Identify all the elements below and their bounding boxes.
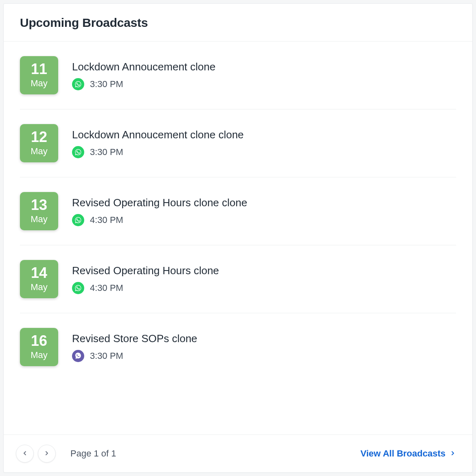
view-all-broadcasts-link[interactable]: View All Broadcasts: [360, 448, 456, 459]
broadcast-body: Lockdown Annoucement clone clone3:30 PM: [72, 129, 244, 158]
broadcast-time: 3:30 PM: [90, 351, 123, 361]
broadcast-body: Lockdown Annoucement clone3:30 PM: [72, 61, 216, 90]
broadcast-meta: 3:30 PM: [72, 350, 197, 362]
card-title: Upcoming Broadcasts: [20, 16, 456, 30]
broadcast-meta: 4:30 PM: [72, 214, 247, 226]
broadcast-title: Revised Operating Hours clone: [72, 264, 219, 277]
broadcast-body: Revised Operating Hours clone4:30 PM: [72, 264, 219, 294]
date-day: 14: [31, 266, 47, 280]
view-all-label: View All Broadcasts: [360, 448, 445, 459]
broadcast-meta: 3:30 PM: [72, 146, 244, 158]
broadcast-title: Lockdown Annoucement clone: [72, 61, 216, 73]
card-footer: Page 1 of 1 View All Broadcasts: [4, 435, 472, 472]
broadcast-item[interactable]: 12MayLockdown Annoucement clone clone3:3…: [20, 109, 456, 177]
chevron-right-icon: [450, 448, 456, 459]
whatsapp-icon: [72, 78, 84, 90]
broadcast-body: Revised Store SOPs clone3:30 PM: [72, 332, 197, 362]
broadcast-item[interactable]: 16MayRevised Store SOPs clone3:30 PM: [20, 313, 456, 381]
date-badge: 12May: [20, 124, 58, 162]
date-month: May: [31, 282, 48, 293]
date-badge: 14May: [20, 260, 58, 298]
viber-icon: [72, 350, 84, 362]
pager-label: Page 1 of 1: [70, 448, 116, 459]
whatsapp-icon: [72, 282, 84, 294]
date-month: May: [31, 350, 48, 360]
date-month: May: [31, 78, 48, 89]
whatsapp-icon: [72, 214, 84, 226]
date-month: May: [31, 146, 48, 157]
broadcast-item[interactable]: 13MayRevised Operating Hours clone clone…: [20, 177, 456, 245]
date-day: 11: [31, 62, 47, 76]
upcoming-broadcasts-card: Upcoming Broadcasts 11MayLockdown Annouc…: [3, 3, 473, 473]
broadcast-meta: 3:30 PM: [72, 78, 216, 90]
date-day: 12: [31, 130, 47, 144]
broadcast-meta: 4:30 PM: [72, 282, 219, 294]
whatsapp-icon: [72, 146, 84, 158]
date-badge: 16May: [20, 328, 58, 366]
broadcast-item[interactable]: 11MayLockdown Annoucement clone3:30 PM: [20, 41, 456, 109]
broadcast-item[interactable]: 14MayRevised Operating Hours clone4:30 P…: [20, 245, 456, 313]
broadcast-time: 4:30 PM: [90, 215, 123, 225]
date-month: May: [31, 214, 48, 225]
broadcast-title: Revised Store SOPs clone: [72, 332, 197, 345]
broadcast-list: 11MayLockdown Annoucement clone3:30 PM12…: [4, 41, 472, 435]
date-badge: 11May: [20, 56, 58, 94]
next-page-button[interactable]: [38, 445, 56, 463]
broadcast-time: 3:30 PM: [90, 147, 123, 157]
broadcast-time: 4:30 PM: [90, 283, 123, 293]
broadcast-body: Revised Operating Hours clone clone4:30 …: [72, 197, 247, 226]
card-header: Upcoming Broadcasts: [4, 4, 472, 41]
date-day: 13: [31, 198, 47, 212]
broadcast-time: 3:30 PM: [90, 79, 123, 90]
chevron-left-icon: [22, 450, 28, 458]
date-day: 16: [31, 334, 47, 348]
broadcast-title: Lockdown Annoucement clone clone: [72, 129, 244, 141]
broadcast-title: Revised Operating Hours clone clone: [72, 197, 247, 209]
prev-page-button[interactable]: [16, 445, 34, 463]
chevron-right-icon: [44, 450, 50, 458]
date-badge: 13May: [20, 192, 58, 230]
pager: Page 1 of 1: [16, 445, 116, 463]
